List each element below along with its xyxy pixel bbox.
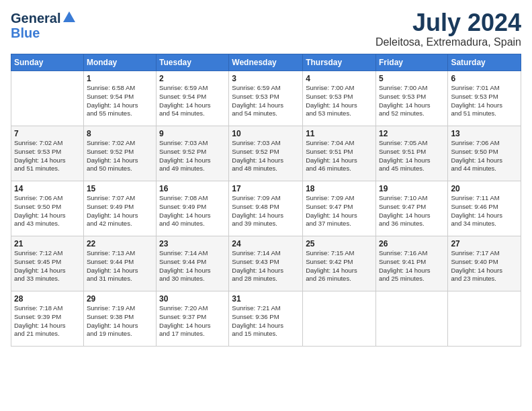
calendar-table: SundayMondayTuesdayWednesdayThursdayFrid… <box>11 54 521 347</box>
day-info: Sunrise: 7:21 AM Sunset: 9:36 PM Dayligh… <box>232 304 300 338</box>
logo-blue: Blue <box>11 26 40 40</box>
header-friday: Friday <box>375 54 447 71</box>
header-sunday: Sunday <box>11 54 84 71</box>
day-info: Sunrise: 7:09 AM Sunset: 9:47 PM Dayligh… <box>306 194 373 228</box>
day-cell <box>303 291 376 347</box>
day-info: Sunrise: 7:02 AM Sunset: 9:53 PM Dayligh… <box>14 139 81 173</box>
day-info: Sunrise: 7:18 AM Sunset: 9:39 PM Dayligh… <box>14 304 81 338</box>
day-number: 19 <box>379 184 445 193</box>
logo-icon <box>62 10 77 25</box>
day-cell: 26Sunrise: 7:16 AM Sunset: 9:41 PM Dayli… <box>375 236 447 291</box>
header: General Blue July 2024 Deleitosa, Extrem… <box>11 11 521 48</box>
header-wednesday: Wednesday <box>229 54 303 71</box>
day-info: Sunrise: 7:08 AM Sunset: 9:49 PM Dayligh… <box>159 194 226 228</box>
day-info: Sunrise: 7:12 AM Sunset: 9:45 PM Dayligh… <box>14 249 81 283</box>
day-number: 30 <box>159 294 226 304</box>
day-cell: 1Sunrise: 6:58 AM Sunset: 9:54 PM Daylig… <box>83 71 156 126</box>
header-thursday: Thursday <box>303 54 376 71</box>
day-number: 27 <box>451 239 518 248</box>
day-info: Sunrise: 7:06 AM Sunset: 9:50 PM Dayligh… <box>14 194 81 228</box>
svg-marker-0 <box>63 11 75 22</box>
day-info: Sunrise: 7:14 AM Sunset: 9:44 PM Dayligh… <box>159 249 226 283</box>
day-number: 4 <box>306 74 373 83</box>
day-info: Sunrise: 6:59 AM Sunset: 9:54 PM Dayligh… <box>159 84 226 118</box>
header-monday: Monday <box>83 54 156 71</box>
week-row-2: 7Sunrise: 7:02 AM Sunset: 9:53 PM Daylig… <box>11 126 521 181</box>
day-cell: 20Sunrise: 7:11 AM Sunset: 9:46 PM Dayli… <box>448 181 521 236</box>
week-row-1: 1Sunrise: 6:58 AM Sunset: 9:54 PM Daylig… <box>11 71 521 126</box>
day-number: 14 <box>14 184 81 193</box>
day-info: Sunrise: 7:00 AM Sunset: 9:53 PM Dayligh… <box>306 84 373 118</box>
day-info: Sunrise: 7:04 AM Sunset: 9:51 PM Dayligh… <box>306 139 373 173</box>
day-info: Sunrise: 7:17 AM Sunset: 9:40 PM Dayligh… <box>451 249 518 283</box>
day-cell <box>11 71 84 126</box>
day-number: 26 <box>379 239 445 248</box>
day-cell: 19Sunrise: 7:10 AM Sunset: 9:47 PM Dayli… <box>375 181 447 236</box>
day-cell: 18Sunrise: 7:09 AM Sunset: 9:47 PM Dayli… <box>303 181 376 236</box>
logo: General Blue <box>11 11 77 40</box>
day-number: 5 <box>379 74 445 83</box>
day-cell: 25Sunrise: 7:15 AM Sunset: 9:42 PM Dayli… <box>303 236 376 291</box>
day-info: Sunrise: 7:15 AM Sunset: 9:42 PM Dayligh… <box>306 249 373 283</box>
day-number: 29 <box>87 294 153 304</box>
header-row: SundayMondayTuesdayWednesdayThursdayFrid… <box>11 54 521 71</box>
day-info: Sunrise: 7:01 AM Sunset: 9:53 PM Dayligh… <box>451 84 518 118</box>
month-title: July 2024 <box>375 11 521 35</box>
day-cell: 9Sunrise: 7:03 AM Sunset: 9:52 PM Daylig… <box>157 126 229 181</box>
day-number: 16 <box>159 184 226 193</box>
header-tuesday: Tuesday <box>157 54 229 71</box>
title-area: July 2024 Deleitosa, Extremadura, Spain <box>375 11 521 48</box>
day-info: Sunrise: 7:02 AM Sunset: 9:52 PM Dayligh… <box>87 139 153 173</box>
day-cell: 21Sunrise: 7:12 AM Sunset: 9:45 PM Dayli… <box>11 236 84 291</box>
day-number: 31 <box>232 294 300 304</box>
day-info: Sunrise: 7:11 AM Sunset: 9:46 PM Dayligh… <box>451 194 518 228</box>
day-number: 15 <box>87 184 153 193</box>
day-cell: 4Sunrise: 7:00 AM Sunset: 9:53 PM Daylig… <box>303 71 376 126</box>
day-info: Sunrise: 7:06 AM Sunset: 9:50 PM Dayligh… <box>451 139 518 173</box>
day-cell: 30Sunrise: 7:20 AM Sunset: 9:37 PM Dayli… <box>157 291 229 347</box>
day-info: Sunrise: 7:16 AM Sunset: 9:41 PM Dayligh… <box>379 249 445 283</box>
day-info: Sunrise: 7:05 AM Sunset: 9:51 PM Dayligh… <box>379 139 445 173</box>
day-cell: 15Sunrise: 7:07 AM Sunset: 9:49 PM Dayli… <box>83 181 156 236</box>
calendar-page: General Blue July 2024 Deleitosa, Extrem… <box>0 0 532 411</box>
day-number: 17 <box>232 184 300 193</box>
day-number: 11 <box>306 129 373 138</box>
logo-general: General <box>11 11 60 26</box>
day-number: 25 <box>306 239 373 248</box>
location-title: Deleitosa, Extremadura, Spain <box>375 36 521 48</box>
day-number: 18 <box>306 184 373 193</box>
day-cell: 7Sunrise: 7:02 AM Sunset: 9:53 PM Daylig… <box>11 126 84 181</box>
day-info: Sunrise: 6:58 AM Sunset: 9:54 PM Dayligh… <box>87 84 153 118</box>
day-cell: 2Sunrise: 6:59 AM Sunset: 9:54 PM Daylig… <box>157 71 229 126</box>
day-cell: 5Sunrise: 7:00 AM Sunset: 9:53 PM Daylig… <box>375 71 447 126</box>
day-info: Sunrise: 7:19 AM Sunset: 9:38 PM Dayligh… <box>87 304 153 338</box>
day-info: Sunrise: 6:59 AM Sunset: 9:53 PM Dayligh… <box>232 84 300 118</box>
day-cell: 8Sunrise: 7:02 AM Sunset: 9:52 PM Daylig… <box>83 126 156 181</box>
day-info: Sunrise: 7:14 AM Sunset: 9:43 PM Dayligh… <box>232 249 300 283</box>
week-row-4: 21Sunrise: 7:12 AM Sunset: 9:45 PM Dayli… <box>11 236 521 291</box>
day-number: 12 <box>379 129 445 138</box>
day-cell: 3Sunrise: 6:59 AM Sunset: 9:53 PM Daylig… <box>229 71 303 126</box>
day-cell: 12Sunrise: 7:05 AM Sunset: 9:51 PM Dayli… <box>375 126 447 181</box>
day-number: 28 <box>14 294 81 304</box>
day-cell: 13Sunrise: 7:06 AM Sunset: 9:50 PM Dayli… <box>448 126 521 181</box>
day-cell: 28Sunrise: 7:18 AM Sunset: 9:39 PM Dayli… <box>11 291 84 347</box>
day-cell: 11Sunrise: 7:04 AM Sunset: 9:51 PM Dayli… <box>303 126 376 181</box>
header-saturday: Saturday <box>448 54 521 71</box>
day-info: Sunrise: 7:13 AM Sunset: 9:44 PM Dayligh… <box>87 249 153 283</box>
day-cell: 31Sunrise: 7:21 AM Sunset: 9:36 PM Dayli… <box>229 291 303 347</box>
day-cell: 24Sunrise: 7:14 AM Sunset: 9:43 PM Dayli… <box>229 236 303 291</box>
day-cell: 27Sunrise: 7:17 AM Sunset: 9:40 PM Dayli… <box>448 236 521 291</box>
day-cell: 14Sunrise: 7:06 AM Sunset: 9:50 PM Dayli… <box>11 181 84 236</box>
day-info: Sunrise: 7:20 AM Sunset: 9:37 PM Dayligh… <box>159 304 226 338</box>
day-info: Sunrise: 7:03 AM Sunset: 9:52 PM Dayligh… <box>232 139 300 173</box>
day-number: 10 <box>232 129 300 138</box>
day-cell: 16Sunrise: 7:08 AM Sunset: 9:49 PM Dayli… <box>157 181 229 236</box>
day-info: Sunrise: 7:03 AM Sunset: 9:52 PM Dayligh… <box>159 139 226 173</box>
day-info: Sunrise: 7:10 AM Sunset: 9:47 PM Dayligh… <box>379 194 445 228</box>
day-info: Sunrise: 7:00 AM Sunset: 9:53 PM Dayligh… <box>379 84 445 118</box>
day-number: 23 <box>159 239 226 248</box>
day-number: 21 <box>14 239 81 248</box>
day-number: 6 <box>451 74 518 83</box>
day-cell: 29Sunrise: 7:19 AM Sunset: 9:38 PM Dayli… <box>83 291 156 347</box>
